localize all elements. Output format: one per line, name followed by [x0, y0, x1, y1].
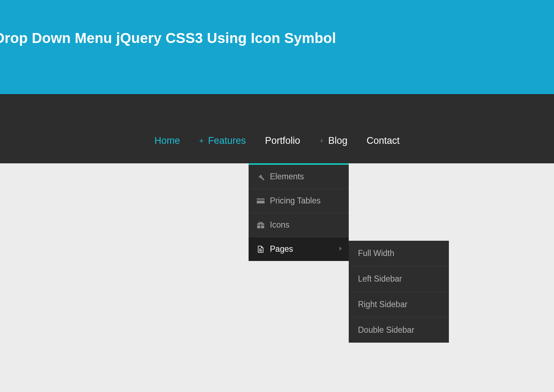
wrench-icon: [256, 173, 265, 181]
nav-label: Home: [154, 135, 180, 146]
dropdown-item-pricing-tables[interactable]: Pricing Tables: [249, 189, 349, 213]
plus-icon: +: [319, 136, 324, 146]
dropdown-label: Icons: [270, 220, 289, 230]
document-icon: [256, 245, 265, 254]
hero-banner: Drop Down Menu jQuery CSS3 Using Icon Sy…: [0, 0, 554, 94]
card-icon: [256, 197, 265, 205]
submenu-label: Right Sidebar: [358, 300, 407, 309]
submenu-item-double-sidebar[interactable]: Double Sidebar: [349, 317, 449, 343]
plus-icon: +: [199, 136, 204, 146]
chevron-right-icon: [339, 246, 342, 252]
submenu-label: Double Sidebar: [358, 325, 414, 334]
submenu-item-full-width[interactable]: Full Width: [349, 241, 449, 266]
dropdown-label: Elements: [270, 172, 304, 181]
submenu-item-right-sidebar[interactable]: Right Sidebar: [349, 292, 449, 317]
submenu-item-left-sidebar[interactable]: Left Sidebar: [349, 266, 449, 292]
nav-item-features[interactable]: + Features: [199, 135, 246, 146]
nav-list: Home + Features Portfolio + Blog Contact: [154, 135, 400, 146]
nav-label: Contact: [366, 135, 400, 146]
main-navbar: Home + Features Portfolio + Blog Contact: [0, 94, 554, 163]
dropdown-item-icons[interactable]: Icons: [249, 213, 349, 237]
nav-item-home[interactable]: Home: [154, 135, 180, 146]
gift-icon: [256, 221, 265, 229]
nav-item-contact[interactable]: Contact: [366, 135, 400, 146]
submenu-label: Left Sidebar: [358, 274, 402, 283]
features-dropdown: Elements Pricing Tables Icons Pages: [249, 163, 349, 261]
nav-item-portfolio[interactable]: Portfolio: [265, 135, 300, 146]
dropdown-item-elements[interactable]: Elements: [249, 165, 349, 189]
nav-label: Features: [208, 135, 246, 146]
nav-label: Portfolio: [265, 135, 300, 146]
nav-label: Blog: [328, 135, 347, 146]
submenu-label: Full Width: [358, 249, 394, 258]
dropdown-label: Pages: [270, 244, 293, 254]
page-title: Drop Down Menu jQuery CSS3 Using Icon Sy…: [0, 30, 336, 46]
pages-submenu: Full Width Left Sidebar Right Sidebar Do…: [349, 241, 449, 343]
nav-item-blog[interactable]: + Blog: [319, 135, 347, 146]
dropdown-item-pages[interactable]: Pages: [249, 237, 349, 261]
dropdown-label: Pricing Tables: [270, 196, 321, 206]
